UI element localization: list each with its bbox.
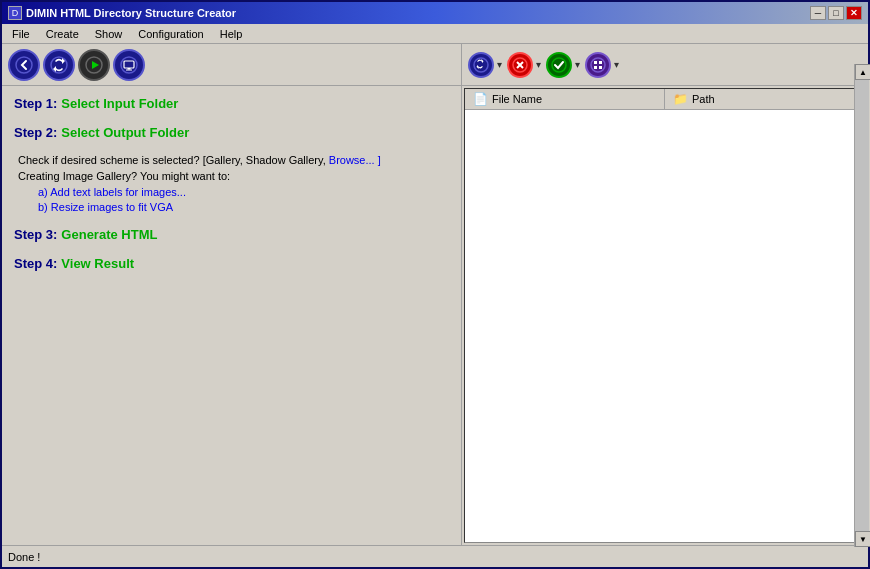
title-bar: D DIMIN HTML Directory Structure Creator…: [2, 2, 868, 24]
minimize-button[interactable]: ─: [810, 6, 826, 20]
toolbar-group-3: ▾: [546, 52, 582, 78]
confirm-dropdown-arrow[interactable]: ▾: [573, 59, 582, 70]
step3-line: Step 3: Generate HTML: [14, 227, 449, 242]
menu-help[interactable]: Help: [214, 27, 249, 41]
svg-point-0: [16, 57, 32, 73]
toolbar-left: [2, 44, 461, 86]
step4-label: Step 4:: [14, 256, 57, 271]
gallery-prompt: Creating Image Gallery? You might want t…: [18, 170, 449, 182]
play-button[interactable]: [78, 49, 110, 81]
folder-icon: 📁: [673, 92, 688, 106]
step3-label: Step 3:: [14, 227, 57, 242]
svg-rect-6: [128, 68, 131, 70]
svg-point-13: [591, 58, 605, 72]
svg-rect-14: [594, 61, 597, 64]
file-icon: 📄: [473, 92, 488, 106]
grid-button[interactable]: [585, 52, 611, 78]
file-list-body: [465, 110, 865, 539]
step2-value[interactable]: Select Output Folder: [61, 125, 189, 140]
scrollbar-right: ▲ ▼: [854, 64, 868, 545]
monitor-button[interactable]: [113, 49, 145, 81]
menu-bar: File Create Show Configuration Help: [2, 24, 868, 44]
remove-dropdown-arrow[interactable]: ▾: [534, 59, 543, 70]
svg-point-8: [474, 58, 488, 72]
step1-value[interactable]: Select Input Folder: [61, 96, 178, 111]
sub-item-a: a) Add text labels for images...: [18, 186, 449, 198]
scroll-down-button[interactable]: ▼: [855, 531, 868, 545]
app-icon: D: [8, 6, 22, 20]
svg-rect-17: [599, 66, 602, 69]
toolbar-group-1: ▾: [468, 52, 504, 78]
toolbar-group-2: ▾: [507, 52, 543, 78]
grid-dropdown-arrow[interactable]: ▾: [612, 59, 621, 70]
add-button[interactable]: [468, 52, 494, 78]
back-button[interactable]: [8, 49, 40, 81]
title-bar-left: D DIMIN HTML Directory Structure Creator: [8, 6, 236, 20]
status-bar: Done !: [2, 545, 868, 567]
confirm-button[interactable]: [546, 52, 572, 78]
scheme-check-line: Check if desired scheme is selected? [Ga…: [18, 154, 449, 166]
menu-show[interactable]: Show: [89, 27, 129, 41]
menu-configuration[interactable]: Configuration: [132, 27, 209, 41]
window-title: DIMIN HTML Directory Structure Creator: [26, 7, 236, 19]
title-buttons: ─ □ ✕: [810, 6, 862, 20]
filename-column-header[interactable]: 📄 File Name: [465, 89, 665, 109]
step1-label: Step 1:: [14, 96, 57, 111]
path-label: Path: [692, 93, 715, 105]
step3-value[interactable]: Generate HTML: [61, 227, 157, 242]
svg-rect-16: [594, 66, 597, 69]
file-list-area[interactable]: 📄 File Name 📁 Path: [464, 88, 866, 543]
svg-rect-15: [599, 61, 602, 64]
menu-file[interactable]: File: [6, 27, 36, 41]
main-window: D DIMIN HTML Directory Structure Creator…: [0, 0, 870, 569]
main-content: Step 1: Select Input Folder Step 2: Sele…: [2, 44, 868, 545]
path-column-header[interactable]: 📁 Path: [665, 89, 865, 109]
filename-label: File Name: [492, 93, 542, 105]
menu-create[interactable]: Create: [40, 27, 85, 41]
step4-value[interactable]: View Result: [61, 256, 134, 271]
step1-line: Step 1: Select Input Folder: [14, 96, 449, 111]
add-dropdown-arrow[interactable]: ▾: [495, 59, 504, 70]
step2-label: Step 2:: [14, 125, 57, 140]
step2-line: Step 2: Select Output Folder: [14, 125, 449, 140]
toolbar-group-4: ▾: [585, 52, 621, 78]
close-button[interactable]: ✕: [846, 6, 862, 20]
resize-link[interactable]: b) Resize images to fit VGA: [38, 201, 173, 213]
scroll-up-button[interactable]: ▲: [855, 64, 868, 80]
file-list-header: 📄 File Name 📁 Path: [465, 89, 865, 110]
info-section: Check if desired scheme is selected? [Ga…: [14, 154, 449, 213]
maximize-button[interactable]: □: [828, 6, 844, 20]
toolbar-right: ▾ ▾: [462, 44, 868, 86]
status-text: Done !: [8, 551, 40, 563]
sub-item-b: b) Resize images to fit VGA: [18, 201, 449, 213]
refresh-button[interactable]: [43, 49, 75, 81]
scroll-track: [855, 80, 868, 531]
steps-area: Step 1: Select Input Folder Step 2: Sele…: [2, 86, 461, 545]
left-panel: Step 1: Select Input Folder Step 2: Sele…: [2, 44, 462, 545]
browse-link[interactable]: Browse... ]: [329, 154, 381, 166]
add-labels-link[interactable]: a) Add text labels for images...: [38, 186, 186, 198]
right-panel: ▾ ▾: [462, 44, 868, 545]
step4-line: Step 4: View Result: [14, 256, 449, 271]
remove-button[interactable]: [507, 52, 533, 78]
scheme-check-text: Check if desired scheme is selected? [Ga…: [18, 154, 329, 166]
